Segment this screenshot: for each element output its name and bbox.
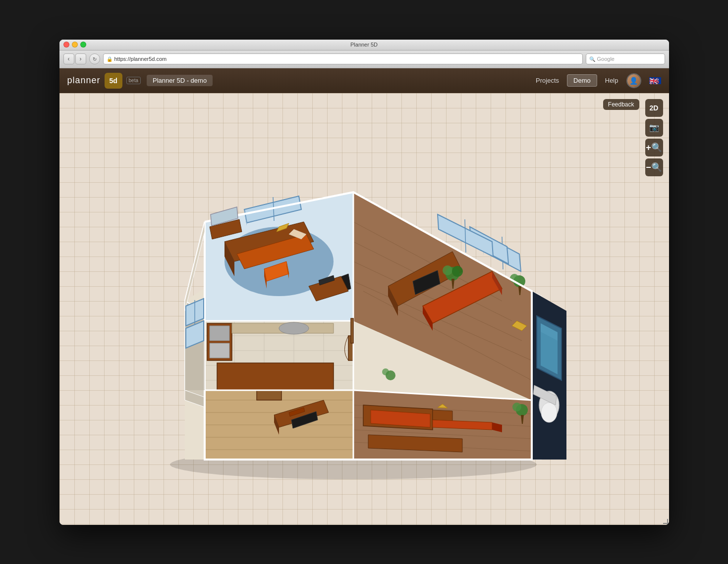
title-bar: Planner 5D [59,40,669,51]
demo-nav-item[interactable]: Demo [567,74,597,87]
header-nav: Projects Demo Help 👤 🇬🇧 [536,73,661,88]
zoom-in-button[interactable]: +🔍 [645,139,663,156]
url-bar[interactable]: 🔒 https://planner5d.com [103,53,583,64]
minimize-button[interactable] [72,42,78,48]
forward-button[interactable]: › [75,53,86,64]
window-controls [63,42,86,48]
feedback-button[interactable]: Feedback [603,99,639,110]
project-name: Planner 5D - demo [153,77,207,84]
feedback-label: Feedback [608,101,634,108]
app-header: planner 5d beta Planner 5D - demo Projec… [59,68,669,93]
logo-area: planner 5d beta [67,73,141,89]
view-2d-button[interactable]: 2D [645,99,663,117]
search-icon: 🔍 [589,56,595,62]
svg-marker-61 [217,363,334,390]
close-button[interactable] [63,42,69,48]
avatar-image: 👤 [627,74,640,87]
view-2d-label: 2D [650,104,659,112]
floor-plan [145,143,566,489]
canvas-area[interactable]: Feedback 2D 📷 +🔍 −🔍 [59,93,669,525]
search-bar[interactable]: 🔍 Google [586,53,665,64]
screenshot-button[interactable]: 📷 [645,119,663,137]
search-placeholder: Google [597,56,615,62]
main-content: Feedback 2D 📷 +🔍 −🔍 [59,93,669,525]
svg-marker-82 [433,410,452,421]
svg-marker-58 [210,343,229,358]
svg-marker-57 [210,326,229,341]
right-toolbar: 2D 📷 +🔍 −🔍 [645,99,663,176]
logo-text: planner [67,75,101,86]
projects-nav-item[interactable]: Projects [536,77,559,84]
help-nav-item[interactable]: Help [605,77,618,84]
svg-marker-107 [351,318,353,343]
resize-handle[interactable] [663,519,669,525]
window-title: Planner 5D [350,42,378,48]
project-name-pill[interactable]: Planner 5D - demo [147,75,213,86]
svg-marker-69 [257,390,281,400]
browser-chrome: ‹ › ↻ 🔒 https://planner5d.com 🔍 Google [59,51,669,68]
reload-button[interactable]: ↻ [89,53,100,64]
svg-point-117 [382,368,389,375]
zoom-out-button[interactable]: −🔍 [645,158,663,176]
svg-point-87 [512,403,521,411]
maximize-button[interactable] [80,42,86,48]
lock-icon: 🔒 [107,56,112,62]
url-text: https://planner5d.com [114,56,167,62]
mac-window: Planner 5D ‹ › ↻ 🔒 https://planner5d.com… [59,40,669,525]
svg-point-97 [541,403,557,422]
logo-badge: 5d [109,77,117,85]
logo-icon: 5d [105,73,122,89]
beta-label: beta [126,77,141,84]
svg-point-40 [443,265,452,275]
svg-line-109 [465,219,466,253]
language-flag[interactable]: 🇬🇧 [649,77,661,84]
avatar[interactable]: 👤 [626,73,641,88]
nav-buttons: ‹ › [63,53,86,64]
svg-point-41 [452,266,463,277]
back-button[interactable]: ‹ [63,53,74,64]
svg-point-60 [279,322,309,334]
